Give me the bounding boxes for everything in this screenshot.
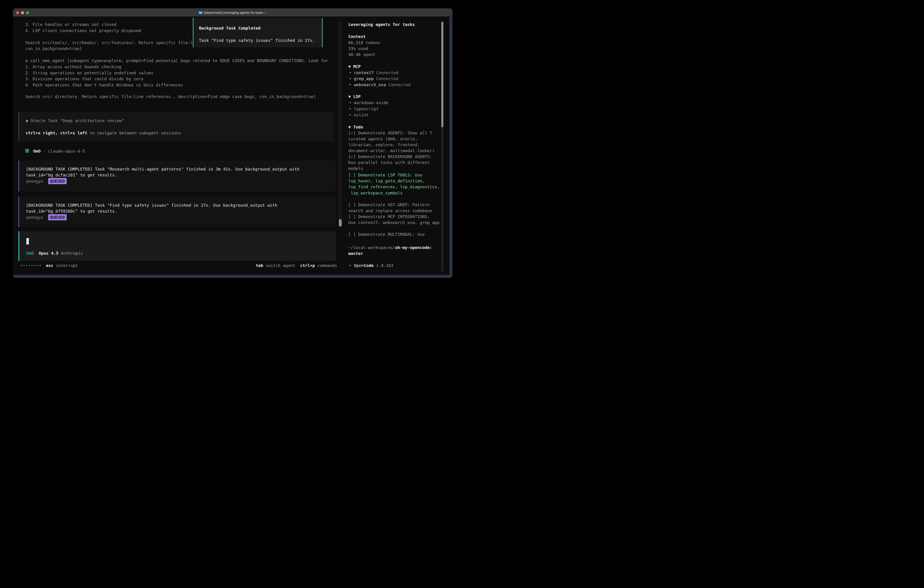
keybinding-hints: tab switch agent ctrl+p commands (256, 263, 337, 269)
scrollback-line: Search src/tools/, src/hooks/, src/featu… (25, 40, 200, 46)
main-scrollbar-track[interactable] (339, 21, 342, 226)
todo-line-active: lsp_hover, lsp_goto_definition, (348, 178, 425, 184)
tool-call-footer: Search src/ directory. Return specific f… (25, 93, 316, 99)
task-line: task_id="bg_dcfac161" to get results. (26, 172, 117, 178)
context-spent: $0.46 spent (348, 51, 375, 58)
text-cursor (26, 238, 29, 244)
todo-line-done: Run parallel tasks with different (348, 159, 430, 165)
session-title: Leveraging agents for tasks (348, 21, 415, 28)
status-badge: QUEUED (48, 178, 67, 184)
toast-body: Task "Find type safety issues" finished … (199, 37, 315, 43)
todo-line-pending: [ ] Demonstrate MCP INTEGRATIONS: (348, 213, 430, 220)
record-icon: ◉ (26, 118, 28, 123)
status-dot-icon: • (349, 112, 351, 117)
chevron-down-icon: ▼ (348, 125, 351, 129)
zoom-window-button[interactable] (26, 12, 29, 14)
scrollback-line: 3. File handles or streams not closed (25, 21, 116, 28)
tool-call-item: 3. Division operations that could divide… (25, 76, 144, 82)
tool-call-header: ⚙ call_omo_agent [subagent_type=explore,… (25, 58, 328, 64)
chevron-down-icon: ▼ (348, 64, 351, 69)
task-message: [BACKGROUND TASK COMPLETED] Task "Resear… (18, 160, 336, 192)
scrollback-line: run_in_background=true] (25, 45, 82, 51)
todo-line-done: curated agents (OmO, oracle, (348, 136, 417, 142)
lsp-item: • markdown-oxide (349, 99, 388, 106)
todo-line-done: document-writer, multimodal-looker) (348, 147, 434, 154)
todo-line-done: [✓] Demonstrate BACKGROUND AGENTS: (348, 154, 432, 160)
todo-section-header: ▼ Todo (348, 124, 363, 130)
context-heading: Context (348, 33, 366, 40)
todo-line-done: librarian, explore, frontend, (348, 142, 420, 148)
window-title: [OpenCode] Leveraging agents for tasks (204, 11, 263, 14)
status-dot-icon: • (349, 263, 351, 268)
lsp-item: • eslint (349, 112, 369, 118)
window-edge-right (449, 17, 452, 278)
background-task-toast: Background Task Completed Task "Find typ… (193, 18, 323, 47)
todo-line-pending: [ ] Demonstrate MULTIMODAL: Use (348, 231, 425, 237)
agent-header: OmO · claude-opus-4-5 (33, 148, 85, 154)
git-branch: master (348, 250, 363, 256)
oracle-task-box: ◉ Oracle Task "Deep architecture review"… (18, 112, 334, 141)
session-status-icon: ◐ (265, 11, 267, 14)
status-dot-icon: • (349, 106, 351, 111)
status-dot-icon: • (349, 76, 351, 81)
scrollback-line: 4. LSP client connections not properly d… (25, 28, 141, 34)
todo-line-pending: search and replace across codebase (348, 208, 432, 214)
todo-line-pending: [ ] Demonstrate AST-GREP: Pattern (348, 202, 430, 208)
task-message: [BACKGROUND TASK COMPLETED] Task "Find t… (18, 197, 336, 227)
tool-call-item: 2. String operations on potentially unde… (25, 70, 153, 76)
spinner-dots (21, 265, 41, 266)
lsp-item: • typescript (349, 106, 379, 112)
chevron-down-icon: ▼ (348, 94, 351, 99)
tool-call-item: 4. Path operations that don't handle Win… (25, 82, 183, 88)
oracle-title: ◉ Oracle Task "Deep architecture review" (26, 117, 124, 124)
todo-line-done: models (348, 165, 363, 172)
task-meta: yeongyu QUEUED (26, 214, 67, 220)
status-dot-icon: • (349, 82, 351, 87)
task-line: [BACKGROUND TASK COMPLETED] Task "Resear… (26, 166, 299, 172)
task-line: task_id="bg_6f59260c" to get results. (26, 208, 117, 214)
mcp-item: • grep_app Connected (349, 76, 398, 82)
sidebar-scrollbar-thumb[interactable] (441, 21, 443, 127)
status-badge: QUEUED (48, 214, 67, 220)
task-line: [BACKGROUND TASK COMPLETED] Task "Find t… (26, 202, 277, 208)
mcp-section-header: ▼ MCP (348, 63, 361, 69)
todo-line-active: lsp_workspace_symbols (348, 190, 403, 196)
app-window: [OpenCode] Leveraging agents for tasks ◐… (13, 8, 452, 278)
todo-line-active: lsp_find_references, lsp_diagnostics, (348, 184, 439, 190)
workspace-path: ~/local-workspaces/oh-my-opencode: (348, 244, 432, 251)
title-bar: [OpenCode] Leveraging agents for tasks ◐ (13, 8, 452, 17)
oracle-hint: ctrl+x right, ctrl+x left to navigate be… (26, 130, 181, 136)
interrupt-hint: esc interrupt (46, 263, 78, 269)
gear-icon: ⚙ (25, 58, 28, 63)
toast-title: Background Task Completed (199, 25, 261, 31)
context-tokens: 66,518 tokens (348, 40, 380, 46)
folder-icon (199, 11, 203, 14)
task-meta: yeongyu QUEUED (26, 178, 67, 184)
close-window-button[interactable] (16, 12, 19, 14)
tool-call-item: 1. Array access without bounds checking (25, 64, 121, 70)
prompt-input[interactable]: OmO Opus 4.5 Anthropic (18, 231, 336, 261)
status-dot-icon: • (349, 100, 351, 105)
context-used: 33% used (348, 45, 368, 51)
app-version: • OpenCode 1.0.163 (349, 263, 393, 269)
lsp-section-header: ▼ LSP (348, 93, 361, 99)
status-dot-icon: • (349, 70, 351, 75)
agent-avatar-icon (25, 149, 29, 153)
todo-line-pending: Use context7, websearch_exa, grep_app (348, 220, 439, 226)
mcp-item: • websearch_exa Connected (349, 82, 411, 88)
todo-line-done: [✓] Demonstrate AGENTS: Show all 7 (348, 130, 432, 136)
main-scrollbar-thumb[interactable] (339, 219, 342, 226)
window-edge-bottom (13, 275, 452, 278)
minimize-window-button[interactable] (21, 12, 24, 14)
todo-line-active: [ ] Demonstrate LSP TOOLS: Use (348, 172, 422, 178)
mcp-item: • context7 Connected (349, 69, 398, 76)
input-agent-line: OmO Opus 4.5 Anthropic (26, 250, 83, 256)
